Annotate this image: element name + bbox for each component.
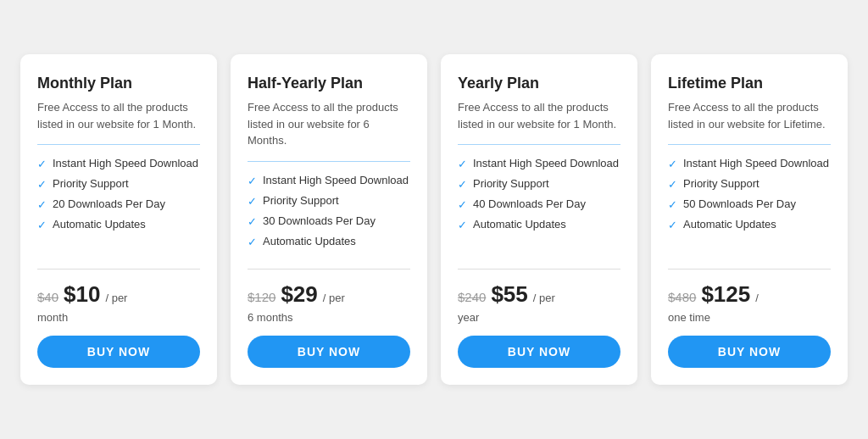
check-icon: ✓ xyxy=(37,219,47,231)
plan-description: Free Access to all the products listed i… xyxy=(37,99,200,132)
buy-now-button[interactable]: BUY NOW xyxy=(668,336,831,368)
plan-card-lifetime: Lifetime Plan Free Access to all the pro… xyxy=(651,54,848,385)
original-price: $40 xyxy=(37,290,58,304)
period-label: year xyxy=(458,311,620,324)
period-label: one time xyxy=(668,311,831,324)
feature-text: Priority Support xyxy=(263,194,339,207)
current-price: $125 xyxy=(701,281,750,308)
feature-text: 20 Downloads Per Day xyxy=(53,197,165,210)
price-divider xyxy=(458,269,620,270)
feature-item: ✓ 50 Downloads Per Day xyxy=(668,197,831,211)
plan-description: Free Access to all the products listed i… xyxy=(248,99,410,149)
price-divider xyxy=(248,269,410,270)
check-icon: ✓ xyxy=(248,175,257,187)
check-icon: ✓ xyxy=(458,158,467,170)
feature-item: ✓ Priority Support xyxy=(37,177,200,191)
feature-item: ✓ Automatic Updates xyxy=(668,218,831,231)
price-divider xyxy=(668,269,831,270)
plan-description: Free Access to all the products listed i… xyxy=(668,99,831,132)
feature-text: Automatic Updates xyxy=(683,218,776,231)
period-label: 6 months xyxy=(248,311,410,324)
original-price: $120 xyxy=(248,290,275,304)
features-list: ✓ Instant High Speed Download ✓ Priority… xyxy=(248,174,410,255)
plan-title: Monthly Plan xyxy=(37,75,200,92)
per-label: / per xyxy=(533,292,555,304)
feature-item: ✓ Priority Support xyxy=(668,177,831,191)
check-icon: ✓ xyxy=(37,198,47,211)
pricing-container: Monthly Plan Free Access to all the prod… xyxy=(0,34,868,405)
price-section: $40 $10 / per xyxy=(37,281,200,308)
price-divider xyxy=(37,269,200,270)
feature-text: Priority Support xyxy=(473,177,549,190)
current-price: $29 xyxy=(281,281,317,308)
original-price: $480 xyxy=(668,290,696,304)
feature-text: Instant High Speed Download xyxy=(473,157,619,169)
feature-text: Priority Support xyxy=(683,177,760,190)
plan-card-monthly: Monthly Plan Free Access to all the prod… xyxy=(20,54,217,385)
feature-text: 30 Downloads Per Day xyxy=(263,214,376,227)
check-icon: ✓ xyxy=(248,195,257,208)
buy-now-button[interactable]: BUY NOW xyxy=(458,336,620,368)
feature-item: ✓ Automatic Updates xyxy=(37,218,200,231)
plan-title: Yearly Plan xyxy=(458,75,620,92)
price-section: $480 $125 / xyxy=(668,281,831,308)
check-icon: ✓ xyxy=(248,236,257,248)
price-section: $120 $29 / per xyxy=(248,281,410,308)
check-icon: ✓ xyxy=(668,158,677,170)
check-icon: ✓ xyxy=(458,198,467,211)
feature-item: ✓ Instant High Speed Download xyxy=(248,174,410,187)
plan-divider xyxy=(458,144,620,145)
feature-item: ✓ 30 Downloads Per Day xyxy=(248,214,410,228)
plan-card-half-yearly: Half-Yearly Plan Free Access to all the … xyxy=(231,54,427,385)
plan-divider xyxy=(248,161,410,162)
period-label: month xyxy=(37,311,200,324)
feature-item: ✓ Instant High Speed Download xyxy=(37,157,200,170)
features-list: ✓ Instant High Speed Download ✓ Priority… xyxy=(458,157,620,255)
price-section: $240 $55 / per xyxy=(458,281,620,308)
buy-now-button[interactable]: BUY NOW xyxy=(37,336,200,368)
feature-item: ✓ Automatic Updates xyxy=(458,218,620,231)
feature-text: Automatic Updates xyxy=(263,235,356,247)
check-icon: ✓ xyxy=(37,158,47,170)
plan-card-yearly: Yearly Plan Free Access to all the produ… xyxy=(441,54,637,385)
feature-text: Automatic Updates xyxy=(53,218,146,231)
per-label: / per xyxy=(105,292,127,304)
feature-text: 40 Downloads Per Day xyxy=(473,197,586,210)
feature-item: ✓ 20 Downloads Per Day xyxy=(37,197,200,211)
check-icon: ✓ xyxy=(668,219,677,231)
check-icon: ✓ xyxy=(668,198,677,211)
feature-text: Instant High Speed Download xyxy=(683,157,829,169)
plan-divider xyxy=(37,144,200,145)
original-price: $240 xyxy=(458,290,486,304)
per-label: / per xyxy=(323,292,345,304)
check-icon: ✓ xyxy=(37,178,47,191)
current-price: $55 xyxy=(491,281,527,308)
current-price: $10 xyxy=(64,281,100,308)
feature-item: ✓ Instant High Speed Download xyxy=(458,157,620,170)
check-icon: ✓ xyxy=(248,215,257,228)
feature-item: ✓ 40 Downloads Per Day xyxy=(458,197,620,211)
plan-description: Free Access to all the products listed i… xyxy=(458,99,620,132)
check-icon: ✓ xyxy=(668,178,677,191)
feature-text: Instant High Speed Download xyxy=(263,174,409,186)
plan-title: Half-Yearly Plan xyxy=(248,75,410,92)
features-list: ✓ Instant High Speed Download ✓ Priority… xyxy=(37,157,200,255)
check-icon: ✓ xyxy=(458,219,467,231)
features-list: ✓ Instant High Speed Download ✓ Priority… xyxy=(668,157,831,255)
feature-text: 50 Downloads Per Day xyxy=(683,197,796,210)
check-icon: ✓ xyxy=(458,178,467,191)
feature-item: ✓ Automatic Updates xyxy=(248,235,410,248)
buy-now-button[interactable]: BUY NOW xyxy=(248,336,410,368)
plan-title: Lifetime Plan xyxy=(668,75,831,92)
feature-item: ✓ Priority Support xyxy=(458,177,620,191)
plan-divider xyxy=(668,144,831,145)
feature-text: Instant High Speed Download xyxy=(53,157,198,169)
feature-text: Priority Support xyxy=(53,177,129,190)
feature-item: ✓ Instant High Speed Download xyxy=(668,157,831,170)
per-label: / xyxy=(755,292,759,304)
feature-item: ✓ Priority Support xyxy=(248,194,410,208)
feature-text: Automatic Updates xyxy=(473,218,566,231)
